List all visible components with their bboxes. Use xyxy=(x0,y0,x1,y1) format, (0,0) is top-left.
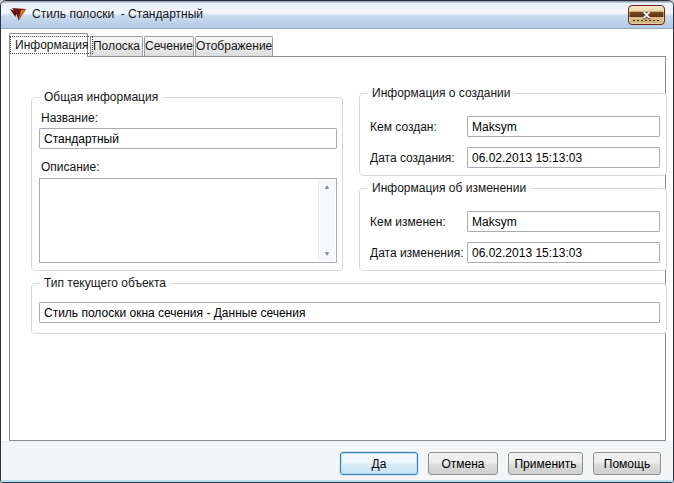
group-creation-info: Информация о создании Кем создан: Дата с… xyxy=(359,93,667,176)
modification-date-input[interactable] xyxy=(467,242,660,263)
created-by-label: Кем создан: xyxy=(370,120,437,134)
description-textarea[interactable]: ▲ ▼ xyxy=(39,178,337,263)
apply-button[interactable]: Применить xyxy=(508,452,583,475)
tab-section-label: Сечение xyxy=(145,39,193,53)
creation-date-label: Дата создания: xyxy=(370,151,455,165)
close-icon: ✕ xyxy=(642,9,651,21)
description-scrollbar[interactable]: ▲ ▼ xyxy=(318,180,335,261)
tab-information-label: Информация xyxy=(10,36,93,54)
description-label: Описание: xyxy=(41,160,100,174)
group-general-info: Общая информация Название: Описание: ▲ ▼ xyxy=(31,97,343,271)
tab-strip-label: Полоска xyxy=(93,39,140,53)
scroll-down-icon[interactable]: ▼ xyxy=(324,250,331,258)
creation-date-input[interactable] xyxy=(467,147,660,168)
window-bottom-edge xyxy=(1,480,673,482)
cancel-button[interactable]: Отмена xyxy=(428,452,498,475)
app-logo-icon xyxy=(9,7,27,23)
group-modification-info-title: Информация об изменении xyxy=(368,181,530,195)
tab-information[interactable]: Информация xyxy=(9,33,88,57)
group-object-type: Тип текущего объекта xyxy=(31,283,667,334)
tab-display-label: Отображение xyxy=(196,39,272,53)
dialog-window: Стиль полоски - Стандартный ✕ Информация… xyxy=(0,0,674,483)
group-general-info-title: Общая информация xyxy=(40,90,162,104)
scroll-up-icon[interactable]: ▲ xyxy=(324,183,331,191)
tab-section[interactable]: Сечение xyxy=(144,36,194,57)
group-object-type-title: Тип текущего объекта xyxy=(40,276,170,290)
titlebar[interactable]: Стиль полоски - Стандартный ✕ xyxy=(1,1,673,29)
tab-strip[interactable]: Полоска xyxy=(90,36,143,57)
modified-by-label: Кем изменен: xyxy=(370,215,446,229)
group-modification-info: Информация об изменении Кем изменен: Дат… xyxy=(359,188,667,271)
window-title: Стиль полоски - Стандартный xyxy=(32,1,203,28)
modification-date-label: Дата изменения: xyxy=(370,246,464,260)
ok-button[interactable]: Да xyxy=(340,452,418,475)
name-label: Название: xyxy=(41,111,98,125)
dialog-body: Информация Полоска Сечение Отображение О… xyxy=(1,29,673,482)
tab-display[interactable]: Отображение xyxy=(195,36,273,57)
tab-page-information: Общая информация Название: Описание: ▲ ▼… xyxy=(9,56,666,441)
created-by-input[interactable] xyxy=(467,116,660,137)
object-type-input[interactable] xyxy=(39,302,660,323)
group-creation-info-title: Информация о создании xyxy=(368,86,514,100)
close-button[interactable]: ✕ xyxy=(628,5,665,25)
help-button[interactable]: Помощь xyxy=(593,452,661,475)
modified-by-input[interactable] xyxy=(467,211,660,232)
name-input[interactable] xyxy=(39,128,337,149)
